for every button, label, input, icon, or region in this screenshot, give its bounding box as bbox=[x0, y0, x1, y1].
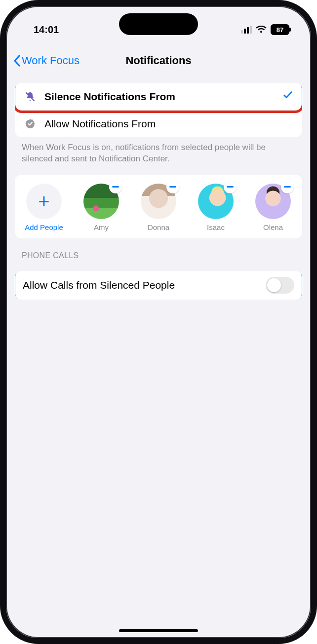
bell-slash-icon bbox=[24, 90, 37, 103]
mode-footnote: When Work Focus is on, notifications fro… bbox=[22, 142, 295, 165]
person-name: Olena bbox=[263, 223, 283, 231]
silence-label: Silence Notifications From bbox=[44, 91, 282, 103]
remove-badge[interactable] bbox=[281, 181, 294, 193]
remove-badge[interactable] bbox=[224, 181, 237, 193]
person-name: Amy bbox=[94, 223, 109, 231]
cellular-signal-icon bbox=[241, 26, 252, 34]
allow-calls-label: Allow Calls from Silenced People bbox=[23, 279, 266, 291]
add-people-label: Add People bbox=[25, 223, 63, 231]
back-button[interactable]: Work Focus bbox=[13, 54, 79, 67]
person-name: Donna bbox=[148, 223, 169, 231]
person-amy[interactable]: Amy bbox=[74, 184, 128, 231]
person-olena[interactable]: Olena bbox=[246, 184, 300, 231]
minus-icon bbox=[227, 186, 234, 188]
remove-badge[interactable] bbox=[166, 181, 179, 193]
wifi-icon bbox=[256, 26, 267, 34]
plus-icon: + bbox=[26, 184, 62, 219]
back-label: Work Focus bbox=[22, 54, 79, 67]
remove-badge[interactable] bbox=[109, 181, 122, 193]
dynamic-island bbox=[119, 13, 198, 35]
avatar bbox=[83, 184, 119, 219]
checkmark-icon bbox=[282, 90, 293, 103]
person-name: Isaac bbox=[207, 223, 225, 231]
allow-calls-row[interactable]: Allow Calls from Silenced People bbox=[15, 271, 302, 300]
minus-icon bbox=[169, 186, 176, 188]
allow-label: Allow Notifications From bbox=[44, 118, 293, 130]
battery-level: 87 bbox=[277, 26, 283, 34]
phone-calls-group: Allow Calls from Silenced People bbox=[15, 271, 302, 300]
nav-bar: Work Focus Notifications bbox=[6, 38, 311, 72]
minus-icon bbox=[112, 186, 119, 188]
chevron-left-icon bbox=[13, 55, 21, 67]
minus-icon bbox=[284, 186, 291, 188]
battery-indicator: 87 bbox=[271, 24, 289, 35]
people-card: + Add People Amy Donna Isaac Olena bbox=[15, 175, 302, 238]
silence-notifications-row[interactable]: Silence Notifications From bbox=[15, 83, 302, 111]
avatar bbox=[255, 184, 291, 219]
add-people-button[interactable]: + Add People bbox=[17, 184, 71, 231]
check-seal-icon bbox=[24, 117, 37, 130]
allow-calls-toggle[interactable] bbox=[266, 277, 294, 294]
status-time: 14:01 bbox=[34, 24, 59, 36]
home-indicator[interactable] bbox=[119, 629, 198, 632]
phone-calls-header: PHONE CALLS bbox=[22, 251, 295, 260]
phone-frame: 14:01 87 Work Focus Notifications Silenc… bbox=[0, 0, 317, 644]
person-isaac[interactable]: Isaac bbox=[189, 184, 243, 231]
allow-notifications-row[interactable]: Allow Notifications From bbox=[15, 111, 302, 137]
notification-mode-group: Silence Notifications From Allow Notific… bbox=[15, 83, 302, 137]
person-donna[interactable]: Donna bbox=[131, 184, 186, 231]
avatar bbox=[198, 184, 234, 219]
avatar bbox=[141, 184, 176, 219]
